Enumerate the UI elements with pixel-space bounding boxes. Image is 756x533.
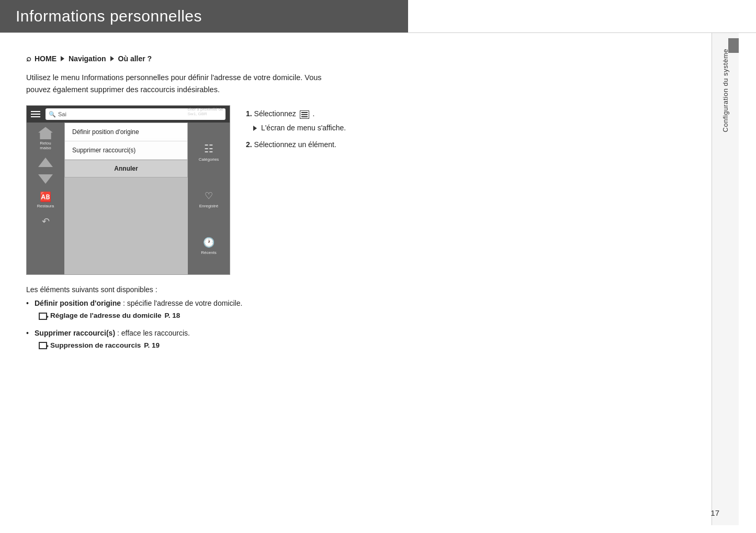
ref-link-1: Réglage de l'adresse du domicile P. 18 (35, 310, 696, 321)
nav-top-bar: 🔍 Sai cher à proximité de : Sw1, GBR (27, 106, 230, 123)
nav-center-area: Définir position d'origine Supprimer rac… (64, 123, 188, 274)
nav-categories-icon: ☷ (204, 142, 213, 155)
ref-icon-1 (39, 313, 47, 320)
nav-restaurant-icon: 🆎 (40, 191, 51, 203)
instructions-column: 1. Sélectionnez . L'écran de menu s'affi… (246, 105, 696, 156)
nav-home-item: Retoumaiso (38, 127, 53, 150)
nav-dropdown-menu: Définir position d'origine Supprimer rac… (64, 123, 188, 177)
nav-dropdown-item-1[interactable]: Définir position d'origine (65, 123, 187, 141)
list-item-2: Supprimer raccourci(s) : efface les racc… (26, 328, 696, 351)
bullet-list: Définir position d'origine : spécifie l'… (26, 298, 696, 351)
step-1-prefix: Sélectionnez (254, 109, 296, 118)
nav-saved-label: Enregistré (199, 204, 218, 208)
nav-cancel-button[interactable]: Annuler (65, 160, 187, 177)
nav-proximity-label: cher à proximité de : Sw1, GBR (188, 107, 225, 116)
nav-center-content: Définir position d'origine Supprimer rac… (64, 123, 188, 274)
nav-categories-item[interactable]: ☷ Catégories (199, 142, 219, 162)
nav-saved-icon: ♡ (205, 190, 213, 202)
nav-search-text: Sai (58, 111, 66, 117)
step-1-number: 1. (246, 109, 252, 118)
ref-icon-2 (39, 342, 47, 349)
page-header: Informations personnelles (0, 0, 756, 33)
breadcrumb: ⌕ HOME Navigation Où aller ? (26, 54, 696, 63)
breadcrumb-arrow-2 (110, 56, 114, 61)
sidebar-indicator (728, 38, 739, 53)
page-number: 17 (710, 508, 719, 517)
step-1-suffix: . (313, 109, 315, 118)
nav-recent-label: Récents (201, 250, 216, 255)
nav-arrow-up-icon[interactable] (38, 158, 53, 167)
home-icon: ⌕ (26, 54, 31, 63)
ref-1-text: Réglage de l'adresse du domicile (50, 310, 162, 321)
breadcrumb-home: HOME (35, 54, 57, 63)
step-2-text: Sélectionnez un élément. (254, 140, 336, 149)
page-title: Informations personnelles (16, 7, 392, 25)
nav-home-label: Retoumaiso (40, 141, 51, 150)
instruction-step-2: 2. Sélectionnez un élément. (246, 139, 696, 150)
nav-dropdown-item-2[interactable]: Supprimer raccourci(s) (65, 141, 187, 160)
nav-screen: 🔍 Sai cher à proximité de : Sw1, GBR (27, 106, 230, 274)
breadcrumb-navigation: Navigation (69, 54, 106, 63)
two-col-layout: 🔍 Sai cher à proximité de : Sw1, GBR (26, 105, 696, 275)
content-area: ⌕ HOME Navigation Où aller ? Utilisez le… (0, 33, 712, 525)
breadcrumb-destination: Où aller ? (118, 54, 152, 63)
nav-restaurant-label: Restaura (37, 204, 54, 208)
list-item-1-title: Définir position d'origine (35, 299, 121, 307)
step-2-number: 2. (246, 140, 252, 149)
ref-1-page: P. 18 (165, 310, 180, 321)
nav-categories-label: Catégories (199, 157, 219, 162)
nav-arrow-down-icon[interactable] (38, 174, 53, 184)
nav-search-icon: 🔍 (49, 111, 56, 118)
sidebar-tab-label: Configuration du système (721, 49, 729, 132)
list-item-1-desc: : spécifie l'adresse de votre domicile. (123, 299, 242, 307)
list-item-2-title: Supprimer raccourci(s) (35, 329, 115, 337)
right-sidebar: Configuration du système (712, 33, 739, 525)
list-item-1: Définir position d'origine : spécifie l'… (26, 298, 696, 321)
list-item-2-desc: : efface les raccourcis. (117, 329, 190, 337)
instruction-step-1: 1. Sélectionnez . L'écran de menu s'affi… (246, 108, 696, 134)
nav-saved-item[interactable]: ♡ Enregistré (199, 190, 218, 208)
nav-restaurant-item: 🆎 Restaura (37, 191, 54, 208)
description-text: Utilisez le menu Informations personnell… (26, 72, 340, 96)
ref-link-2: Suppression de raccourcis P. 19 (35, 340, 696, 351)
menu-inline-icon (300, 110, 309, 119)
nav-body: Retoumaiso 🆎 Restaura ↶ (27, 123, 230, 274)
nav-home-icon (38, 127, 53, 139)
nav-recent-icon: 🕐 (203, 237, 215, 248)
ref-2-page: P. 19 (144, 340, 160, 351)
breadcrumb-arrow-1 (61, 56, 64, 61)
nav-recent-item[interactable]: 🕐 Récents (201, 237, 216, 255)
nav-hamburger-icon[interactable] (31, 108, 42, 120)
available-items-label: Les éléments suivants sont disponibles : (26, 285, 696, 294)
step-1-sub: L'écran de menu s'affiche. (246, 122, 696, 134)
ref-2-text: Suppression de raccourcis (50, 340, 141, 351)
step-1-sub-arrow (253, 126, 257, 131)
main-layout: ⌕ HOME Navigation Où aller ? Utilisez le… (0, 33, 756, 525)
screenshot-mockup: 🔍 Sai cher à proximité de : Sw1, GBR (26, 105, 230, 275)
nav-back-icon[interactable]: ↶ (42, 216, 50, 227)
nav-left-panel: Retoumaiso 🆎 Restaura ↶ (27, 123, 64, 274)
nav-right-panel: ☷ Catégories ♡ Enregistré 🕐 Récents (188, 123, 230, 274)
